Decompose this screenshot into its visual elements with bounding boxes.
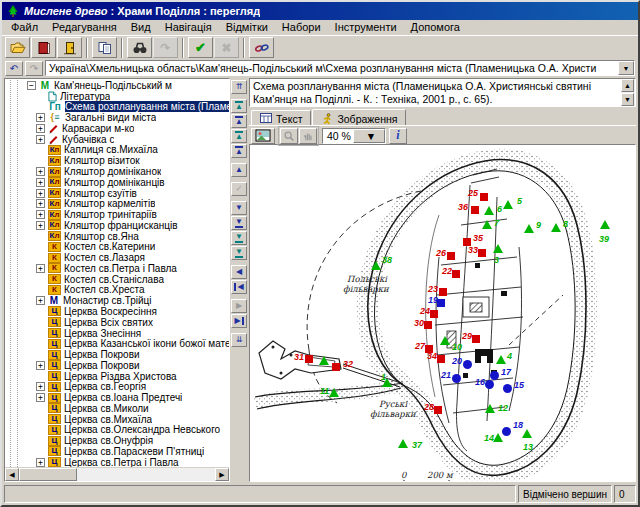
map-marker-circle-21[interactable] <box>452 374 461 383</box>
map-marker-triangle-37[interactable] <box>398 439 408 448</box>
scroll-up-icon[interactable]: ▲ <box>621 79 634 92</box>
menu-item-2[interactable]: Редагування <box>45 20 124 34</box>
map-marker-square-30[interactable] <box>424 321 432 329</box>
tree-item[interactable]: +КлКляштор францисканців <box>5 220 229 231</box>
menu-item-8[interactable]: Допомога <box>404 20 467 34</box>
tree-item[interactable]: Література <box>5 91 229 102</box>
tree-item[interactable]: +КлКляштор тринітаріїв <box>5 209 229 220</box>
tree-nav-button-10[interactable]: ▼ <box>231 231 247 245</box>
map-marker-circle-16[interactable] <box>485 380 494 389</box>
scroll-right-icon[interactable]: ▶ <box>215 468 229 481</box>
book-button[interactable] <box>31 37 56 58</box>
cancel-button[interactable]: ✖ <box>214 37 239 58</box>
tree-item[interactable]: +ЦЦерква св.Іоана Предтечі <box>5 392 229 403</box>
tree-item[interactable]: КпКаплиця св.Михаїла <box>5 145 229 156</box>
map-marker-triangle-6[interactable] <box>484 206 494 215</box>
tree-item[interactable]: +КлКляштор домініканок <box>5 166 229 177</box>
map-marker-triangle-3[interactable] <box>493 244 503 253</box>
tree-item[interactable]: +Карвасари м-ко <box>5 123 229 134</box>
map-marker-triangle-14[interactable] <box>493 433 503 442</box>
expand-icon[interactable]: + <box>36 361 45 370</box>
links-button[interactable] <box>249 37 274 58</box>
tree-nav-button-4[interactable]: ▲ <box>231 129 247 143</box>
collapse-icon[interactable]: − <box>27 81 36 90</box>
redo-button[interactable]: ↷ <box>153 37 178 58</box>
map-marker-square-26[interactable] <box>447 252 455 260</box>
expand-icon[interactable]: + <box>36 167 45 176</box>
tree-item[interactable]: ЦЦерква Покрови <box>5 349 229 360</box>
tree-item[interactable]: −МКам'янець-Подільський м <box>5 80 229 91</box>
map-marker-triangle-5[interactable] <box>503 200 513 209</box>
map-marker-square-25[interactable] <box>480 193 488 201</box>
map-marker-triangle-8[interactable] <box>551 223 561 232</box>
exit-button[interactable] <box>57 37 82 58</box>
tree-item[interactable]: +ЦЦерква св.Петра і Павла <box>5 457 229 467</box>
tree-item[interactable]: КлКляштор св.Яна <box>5 231 229 242</box>
map-marker-circle-17[interactable] <box>490 371 499 380</box>
menu-item-5[interactable]: Відмітки <box>219 20 275 34</box>
map-marker-square-32[interactable] <box>332 363 340 371</box>
tree-item[interactable]: +ЦЦерква св.Георгія <box>5 381 229 392</box>
tree-item[interactable]: ЦЦерква Воскресіння <box>5 306 229 317</box>
description-scrollbar[interactable]: ▲ ▼ <box>621 79 635 106</box>
tree-horizontal-scrollbar[interactable]: ◀ ▶ <box>5 467 229 481</box>
scroll-down-icon[interactable]: ▼ <box>621 93 634 106</box>
tree-nav-button-2[interactable]: ▲ <box>231 99 247 113</box>
tree-item[interactable]: ЦЦерква св.Олександра Невського <box>5 425 229 436</box>
expand-icon[interactable]: + <box>36 189 45 198</box>
tree-nav-button-14[interactable]: ▶ <box>231 299 247 313</box>
map-marker-square-28[interactable] <box>434 406 442 414</box>
tree-nav-button-12[interactable]: ◀ <box>231 265 247 279</box>
tree-item[interactable]: ЦЦерква св.Миколи <box>5 403 229 414</box>
tree-item[interactable]: +КлКляштор єзуїтів <box>5 188 229 199</box>
tree-item[interactable]: ЦЦерква Казанської ікони божої мате <box>5 338 229 349</box>
map-marker-circle-18[interactable] <box>502 427 511 436</box>
map-marker-circle-20[interactable] <box>463 360 472 369</box>
tree-item[interactable]: КлКляштор візиток <box>5 155 229 166</box>
menu-item-1[interactable]: Файл <box>4 20 45 34</box>
map-marker-triangle-7[interactable] <box>482 220 492 229</box>
map-marker-square-24[interactable] <box>430 310 438 318</box>
tree-item[interactable]: ЦЦерква св.Онуфрія <box>5 435 229 446</box>
tree-item[interactable]: +КлКляштор кармелітів <box>5 198 229 209</box>
expand-icon[interactable]: + <box>36 135 45 144</box>
nav-forward-button[interactable]: ↷ <box>25 61 43 76</box>
map-marker-triangle-9[interactable] <box>524 224 534 233</box>
apply-button[interactable]: ✔ <box>188 37 213 58</box>
image-mode-button[interactable] <box>251 128 275 144</box>
search-button[interactable] <box>127 37 152 58</box>
scroll-left-icon[interactable]: ◀ <box>5 468 19 481</box>
tree-nav-button-16[interactable]: ⇊ <box>231 333 247 347</box>
zoom-level-combobox[interactable]: 40 % ▼ <box>322 128 386 144</box>
tree-nav-button-13[interactable]: ◀ <box>231 280 247 294</box>
expand-icon[interactable]: + <box>36 113 45 122</box>
scroll-track[interactable] <box>77 468 215 481</box>
tree-nav-button-3[interactable]: ▲ <box>231 114 247 128</box>
tree-nav-button-6[interactable]: ▲ <box>231 163 247 177</box>
tree-item[interactable]: ЦЦерква Знесіння <box>5 328 229 339</box>
map-marker-square-23[interactable] <box>439 288 447 296</box>
tree-item[interactable]: ГпСхема розпланування міста (Пламеницька… <box>5 102 229 113</box>
title-bar[interactable]: Мислене древо : Храми Поділля : перегляд <box>2 2 638 20</box>
expand-icon[interactable]: + <box>36 199 45 208</box>
tree-nav-button-1[interactable]: ⇈ <box>231 80 247 94</box>
map-marker-circle-15[interactable] <box>503 384 512 393</box>
tree-nav-button-11[interactable]: ▼ <box>231 246 247 260</box>
map-marker-triangle-10[interactable] <box>440 336 450 345</box>
tree-item[interactable]: +Кубачівка с <box>5 134 229 145</box>
map-marker-triangle-4[interactable] <box>496 355 506 364</box>
menu-item-3[interactable]: Вид <box>124 20 158 34</box>
tree-item[interactable]: +ЦЦерква Покрови <box>5 360 229 371</box>
expand-icon[interactable]: + <box>36 264 45 273</box>
map-marker-triangle-13[interactable] <box>522 429 532 438</box>
combobox-dropdown-icon[interactable]: ▼ <box>618 61 634 75</box>
expand-icon[interactable]: + <box>36 296 45 305</box>
tree-item[interactable]: +{≡Загальні види міста <box>5 112 229 123</box>
tree-item[interactable]: ККостел св.Хреста <box>5 285 229 296</box>
tree-item[interactable]: ЦЦерква Різдва Христова <box>5 371 229 382</box>
copy-button[interactable] <box>92 37 117 58</box>
menu-item-6[interactable]: Набори <box>275 20 328 34</box>
expand-icon[interactable]: + <box>36 393 45 402</box>
map-marker-triangle-39[interactable] <box>600 220 610 229</box>
zoom-dropdown-icon[interactable]: ▼ <box>353 129 385 143</box>
